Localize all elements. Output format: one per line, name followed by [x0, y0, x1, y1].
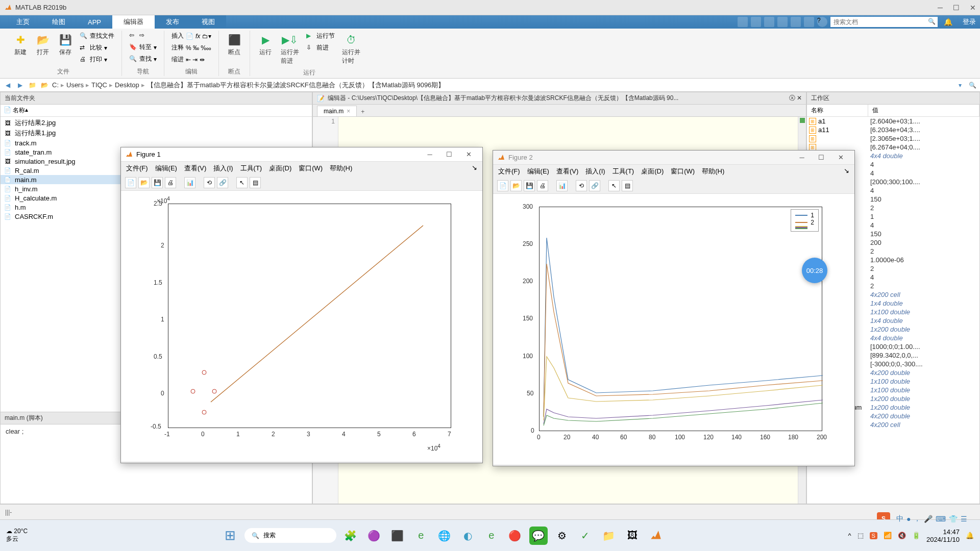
- fig1-rotate-icon[interactable]: ⟲: [204, 177, 215, 188]
- app-icon-3[interactable]: ⬛: [388, 527, 407, 545]
- fig1-menu-insert[interactable]: 插入(I): [213, 164, 233, 173]
- goto-button[interactable]: 🔖转至 ▾: [127, 42, 159, 53]
- fig2-pointer-icon[interactable]: ↖: [608, 180, 620, 191]
- run-button[interactable]: ▶运行: [255, 31, 276, 59]
- fig2-menu-edit[interactable]: 编辑(E): [527, 167, 549, 176]
- wechat-icon[interactable]: 💬: [529, 527, 548, 545]
- fig1-open-icon[interactable]: 📂: [138, 177, 150, 188]
- path-breadcrumb[interactable]: C:▸ Users▸ TIQC▸ Desktop▸ 【信息融合】基于matlab…: [52, 81, 952, 90]
- tab-view[interactable]: 视图: [190, 15, 226, 29]
- redo-icon[interactable]: [804, 17, 814, 27]
- editor-tab-main[interactable]: main.m ×: [317, 106, 357, 116]
- run-section-button[interactable]: ▶运行节: [304, 31, 337, 41]
- battery-icon[interactable]: 🔋: [912, 532, 920, 539]
- fig2-link-icon[interactable]: 🔗: [589, 180, 600, 191]
- app-icon-4[interactable]: e: [412, 527, 430, 545]
- timer-badge[interactable]: 00:28: [802, 258, 827, 283]
- wifi-icon[interactable]: 📶: [884, 532, 892, 539]
- taskbar-search[interactable]: 🔍搜索: [244, 528, 336, 543]
- login-link[interactable]: 登录: [963, 17, 976, 27]
- fig1-menu-edit[interactable]: 编辑(E): [155, 164, 177, 173]
- paste-icon[interactable]: [777, 17, 788, 27]
- figure2-titlebar[interactable]: Figure 2 ─ ☐ ✕: [493, 151, 854, 165]
- notification-center-icon[interactable]: 🔔: [966, 532, 974, 539]
- fig2-menu-help[interactable]: 帮助(H): [702, 167, 724, 176]
- run-time-button[interactable]: ⏱运行并 计时: [339, 31, 363, 67]
- find-files-button[interactable]: 🔍查找文件: [78, 31, 116, 41]
- close-button[interactable]: ✕: [970, 4, 976, 12]
- open-file-button[interactable]: 📂打开: [33, 31, 53, 59]
- file-item[interactable]: 🖼运行结果1.jpg: [1, 128, 312, 138]
- app-icon-5[interactable]: ◐: [459, 527, 477, 545]
- fig2-save-icon[interactable]: 💾: [524, 180, 535, 191]
- maximize-button[interactable]: ☐: [953, 4, 960, 12]
- save-file-button[interactable]: 💾保存: [55, 31, 76, 59]
- fig1-menu-view[interactable]: 查看(V): [184, 164, 206, 173]
- app-icon-1[interactable]: 🧩: [341, 527, 360, 545]
- fig2-menu-window[interactable]: 窗口(W): [671, 167, 695, 176]
- app-icon-9[interactable]: 🖼: [623, 527, 642, 545]
- undo-icon[interactable]: [791, 17, 801, 27]
- fig2-close-button[interactable]: ✕: [831, 154, 850, 161]
- fig1-minimize-button[interactable]: ─: [420, 151, 439, 158]
- fig2-menu-tools[interactable]: 工具(T): [612, 167, 634, 176]
- comment-button[interactable]: 注释 % ‰ ‱: [169, 42, 213, 53]
- add-tab-button[interactable]: +: [357, 107, 369, 116]
- fig1-print-icon[interactable]: 🖨: [165, 177, 176, 188]
- print-button[interactable]: 🖨打印 ▾: [78, 54, 116, 65]
- file-item[interactable]: 🖼运行结果2.jpg: [1, 118, 312, 128]
- new-file-button[interactable]: ✚新建: [10, 31, 31, 59]
- fig2-menu-more-icon[interactable]: ↘: [844, 167, 849, 176]
- forward-icon[interactable]: ▶: [15, 81, 24, 90]
- fig2-minimize-button[interactable]: ─: [792, 154, 812, 161]
- fig1-datatip-icon[interactable]: 📊: [184, 177, 195, 188]
- back-icon[interactable]: ◀: [3, 81, 12, 90]
- fig1-menu-desktop[interactable]: 桌面(D): [269, 164, 291, 173]
- fig2-datatip-icon[interactable]: 📊: [556, 180, 568, 191]
- edge-icon[interactable]: 🌐: [435, 527, 454, 545]
- tab-publish[interactable]: 发布: [155, 15, 190, 29]
- fig2-maximize-button[interactable]: ☐: [812, 154, 831, 161]
- matlab-taskbar-icon[interactable]: [647, 527, 665, 545]
- figure1-window[interactable]: Figure 1 ─ ☐ ✕ 文件(F) 编辑(E) 查看(V) 插入(I) 工…: [120, 147, 483, 463]
- fig2-open-icon[interactable]: 📂: [510, 180, 522, 191]
- figure2-window[interactable]: Figure 2 ─ ☐ ✕ 文件(F) 编辑(E) 查看(V) 插入(I) 工…: [493, 150, 855, 466]
- ime-toolbar[interactable]: 中●，🎤⌨👕☰: [896, 514, 967, 523]
- figure2-canvas[interactable]: 1 2 300 250 200 150 100 50 0 0 20 40 60 …: [493, 194, 854, 464]
- fig2-colorbar-icon[interactable]: ▤: [622, 180, 633, 191]
- up-folder-icon[interactable]: 📁: [28, 81, 37, 90]
- fig1-link-icon[interactable]: 🔗: [217, 177, 228, 188]
- tab-editor[interactable]: 编辑器: [112, 15, 155, 29]
- fig1-colorbar-icon[interactable]: ▤: [250, 177, 261, 188]
- tab-close-icon[interactable]: ×: [347, 108, 350, 115]
- doc-search-input[interactable]: [830, 17, 938, 27]
- insert-button[interactable]: 插入 📄 fx 🗀▾: [169, 31, 213, 41]
- fig2-menu-view[interactable]: 查看(V): [556, 167, 578, 176]
- tab-apps[interactable]: APP: [77, 15, 112, 29]
- name-column-header[interactable]: 名称: [13, 106, 25, 115]
- search-icon[interactable]: 🔍: [928, 18, 936, 25]
- help-icon[interactable]: ?: [817, 17, 827, 27]
- app-icon-6[interactable]: e: [482, 527, 501, 545]
- start-button[interactable]: ⊞: [221, 527, 239, 545]
- ws-value-header[interactable]: 值: [868, 105, 979, 116]
- app-icon-7[interactable]: ⚙: [553, 527, 571, 545]
- fig1-menu-file[interactable]: 文件(F): [126, 164, 148, 173]
- workspace-row[interactable]: ⊞a1[2.6040e+03;1....: [807, 117, 979, 126]
- fig1-menu-window[interactable]: 窗口(W): [299, 164, 323, 173]
- nav-back-button[interactable]: ⇦⇨: [127, 31, 159, 41]
- fig2-print-icon[interactable]: 🖨: [537, 180, 548, 191]
- sogou-tray-icon[interactable]: S: [870, 532, 877, 539]
- copy-icon[interactable]: [764, 17, 774, 27]
- cut-icon[interactable]: [751, 17, 761, 27]
- explorer-icon[interactable]: 📁: [600, 527, 618, 545]
- fig2-menu-file[interactable]: 文件(F): [498, 167, 520, 176]
- save-icon[interactable]: [738, 17, 748, 27]
- folder-tree-icon[interactable]: 📄: [4, 106, 11, 115]
- compare-button[interactable]: ⇄比较 ▾: [78, 42, 116, 53]
- search-path-icon[interactable]: 🔍: [968, 81, 977, 90]
- folder-icon[interactable]: 📂: [40, 81, 49, 90]
- fig1-menu-help[interactable]: 帮助(H): [330, 164, 352, 173]
- volume-icon[interactable]: 🔇: [898, 532, 906, 539]
- editor-close-icon[interactable]: ⓧ ✕: [789, 94, 802, 103]
